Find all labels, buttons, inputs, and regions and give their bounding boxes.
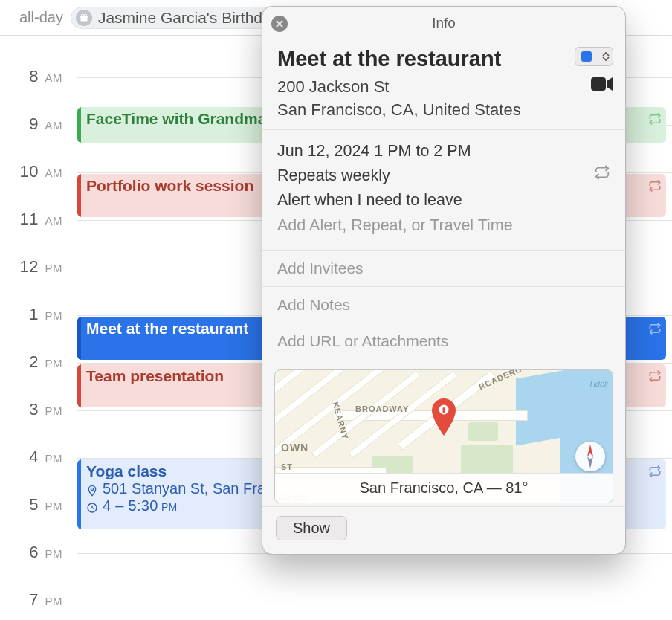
svg-rect-7: [591, 77, 606, 91]
hour-label: 2 PM: [0, 352, 71, 372]
allday-label: all-day: [19, 9, 63, 26]
hour-label: 6 PM: [0, 543, 71, 562]
add-url-link[interactable]: Add URL or Attachments: [262, 323, 625, 359]
map-label: OWN: [281, 442, 308, 453]
event-title: Team presentation: [86, 367, 224, 384]
video-icon[interactable]: [591, 77, 613, 95]
add-alert-link[interactable]: Add Alert, Repeat, or Travel Time: [277, 213, 513, 238]
close-icon[interactable]: [271, 16, 288, 32]
event-time: 4 – 5:30 PM: [103, 497, 177, 514]
hour-label: 10 AM: [0, 162, 71, 181]
clock-icon: [86, 500, 98, 512]
add-invitees-link[interactable]: Add Invitees: [262, 251, 625, 287]
hour-label: 4 PM: [0, 448, 71, 467]
show-button[interactable]: Show: [276, 516, 347, 540]
gift-icon: [76, 10, 92, 26]
event-info-popover: Info Meet at the restaurant 200 Jackson …: [262, 6, 626, 555]
svg-marker-11: [587, 456, 593, 468]
hour-label: 9 AM: [0, 114, 71, 134]
event-name[interactable]: Meet at the restaurant: [277, 47, 521, 71]
event-title: FaceTime with Grandma: [86, 110, 266, 127]
birthday-chip[interactable]: Jasmine Garcia's Birthday: [71, 7, 290, 29]
map-label: Tideli: [589, 379, 608, 388]
hour-line: [77, 601, 672, 601]
add-notes-link[interactable]: Add Notes: [262, 287, 625, 323]
calendar-color-swatch: [581, 51, 592, 62]
hour-label: 11 AM: [0, 210, 71, 229]
svg-point-4: [84, 14, 86, 16]
event-address[interactable]: 200 Jackson St San Francisco, CA, United…: [277, 76, 521, 122]
location-icon: [86, 483, 98, 495]
map-label: BROADWAY: [355, 404, 409, 413]
chevron-updown-icon: [602, 51, 610, 62]
map-label: ST: [281, 462, 293, 471]
map-preview[interactable]: BROADWAY KEARNY RCADERO Tideli OWN ST Ch…: [274, 369, 613, 503]
svg-point-3: [81, 14, 83, 16]
popover-titlebar: Info: [262, 7, 625, 39]
event-title: Meet at the restaurant: [86, 320, 248, 337]
alert-label[interactable]: Alert when I need to leave: [277, 188, 462, 213]
birthday-label: Jasmine Garcia's Birthday: [98, 9, 279, 27]
hour-label: 7 PM: [0, 590, 71, 610]
popover-title: Info: [432, 15, 456, 30]
repeat-icon: [648, 369, 662, 382]
repeat-icon: [648, 178, 662, 192]
show-row: Show: [262, 506, 625, 554]
repeat-label[interactable]: Repeats weekly: [277, 164, 390, 188]
schedule-section: Jun 12, 2024 1 PM to 2 PM Repeats weekly…: [262, 130, 625, 251]
repeat-icon: [648, 321, 662, 335]
links-section: Add Invitees Add Notes Add URL or Attach…: [262, 251, 625, 503]
hour-label: 8 AM: [0, 67, 71, 86]
svg-point-5: [91, 488, 93, 490]
repeat-icon: [648, 464, 662, 477]
svg-marker-10: [587, 445, 593, 456]
event-header: Meet at the restaurant 200 Jackson St Sa…: [262, 39, 625, 125]
repeat-icon: [648, 112, 662, 125]
event-title: Portfolio work session: [86, 177, 253, 194]
hour-label: 1 PM: [0, 305, 71, 324]
repeat-icon: [594, 164, 610, 188]
map-caption: San Francisco, CA — 81°: [275, 473, 613, 503]
hour-label: 12 PM: [0, 257, 71, 277]
map-pin-icon: [430, 398, 457, 436]
hour-label: 5 PM: [0, 495, 71, 514]
event-datetime[interactable]: Jun 12, 2024 1 PM to 2 PM: [277, 139, 471, 164]
compass-icon[interactable]: [575, 442, 605, 471]
svg-rect-9: [443, 407, 445, 413]
calendar-select[interactable]: [575, 47, 613, 66]
hour-label: 3 PM: [0, 400, 71, 419]
